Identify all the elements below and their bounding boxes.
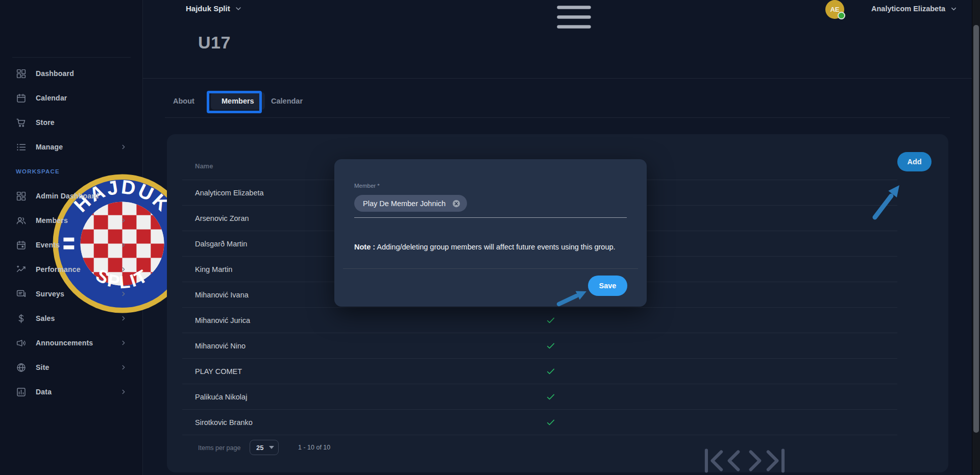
sidebar-item-label: Site: [36, 363, 49, 371]
note-text: Note : Adding/deleting group members wil…: [354, 243, 616, 251]
chevron-right-icon: [120, 388, 127, 395]
table-row[interactable]: Palikuća Nikolaj: [182, 384, 897, 410]
chevron-right-icon: [120, 241, 127, 248]
user-name: Analyticom Elizabeta: [871, 5, 945, 13]
presence-dot: [838, 12, 845, 19]
check-icon: [546, 417, 556, 428]
sidebar-item-events[interactable]: Events: [0, 233, 142, 257]
sidebar-item-site[interactable]: Site: [0, 355, 142, 380]
club-name: Hajduk Split: [186, 4, 230, 13]
scrollbar-track[interactable]: [972, 0, 980, 475]
sidebar-item-store[interactable]: Store: [0, 110, 142, 135]
sidebar-item-data[interactable]: Data: [0, 380, 142, 404]
caret-down-icon: [269, 446, 274, 449]
app-window: HAJDUK SPLIT Dashboard Calendar Store: [0, 0, 980, 475]
sidebar-item-label: Dashboard: [36, 69, 74, 78]
user-menu[interactable]: Analyticom Elizabeta: [871, 5, 958, 13]
tab-calendar[interactable]: Calendar: [271, 97, 303, 105]
chat-outline-icon: [16, 289, 27, 299]
sidebar-item-label: Store: [36, 118, 55, 127]
chevron-right-icon: [120, 217, 127, 224]
sidebar-item-label: Performance: [36, 265, 81, 273]
sidebar-item-label: Members: [36, 216, 68, 224]
sidebar-item-label: Data: [36, 388, 52, 396]
add-button[interactable]: Add: [897, 152, 932, 171]
check-icon: [546, 366, 556, 377]
last-page-button[interactable]: [418, 443, 980, 475]
grid-icon: [16, 68, 27, 79]
sidebar: HAJDUK SPLIT Dashboard Calendar Store: [0, 0, 143, 475]
sidebar-nav: Dashboard Calendar Store Manage WORKSPAC…: [0, 61, 142, 404]
tab-members[interactable]: Members: [211, 92, 265, 110]
sidebar-item-manage[interactable]: Manage: [0, 135, 142, 159]
topbar: Hajduk Split AE Analyticom Elizabeta: [142, 0, 972, 25]
calendar-event-icon: [16, 240, 27, 251]
sidebar-item-label: Admin Dashboard: [36, 192, 99, 200]
add-member-dialog: Member * Play De Member Johnich Note : A…: [334, 159, 647, 307]
sidebar-item-announcements[interactable]: Announcements: [0, 331, 142, 355]
check-icon: [546, 315, 556, 326]
sidebar-item-label: Announcements: [36, 339, 93, 347]
member-chip-text: Play De Member Johnich: [363, 199, 446, 208]
table-row[interactable]: PLAY COMET: [182, 359, 897, 384]
sidebar-item-members[interactable]: Members: [0, 208, 142, 233]
cart-icon: [16, 117, 27, 128]
sidebar-divider: [12, 57, 131, 58]
sidebar-item-dashboard[interactable]: Dashboard: [0, 61, 142, 86]
member-field-underline: [354, 217, 627, 218]
sidebar-item-label: Manage: [36, 143, 63, 151]
table-row[interactable]: Mihanović Nino: [182, 333, 897, 359]
sidebar-item-label: Sales: [36, 314, 55, 322]
items-per-page-label: Items per page: [198, 444, 240, 452]
check-icon: [546, 392, 556, 402]
sidebar-item-admin-dashboard[interactable]: Admin Dashboard: [0, 184, 142, 208]
name-column-header: Name: [195, 162, 213, 170]
member-field-label: Member *: [354, 183, 380, 189]
chevron-right-icon: [120, 339, 127, 346]
page-range-text: 1 - 10 of 10: [298, 444, 330, 451]
chevron-right-icon: [120, 315, 127, 322]
page-size-select[interactable]: 25: [250, 440, 279, 455]
users-icon: [16, 215, 27, 226]
tabs-divider: [165, 117, 950, 118]
list-icon: [16, 142, 27, 153]
sidebar-item-label: Events: [36, 241, 60, 249]
remove-chip-icon[interactable]: [452, 199, 461, 208]
sidebar-item-label: Surveys: [36, 290, 64, 298]
pagination-bar: Items per page 25 1 - 10 of 10: [182, 430, 897, 465]
header-divider: [142, 78, 972, 79]
scrollbar-thumb[interactable]: [973, 25, 979, 433]
sidebar-item-calendar[interactable]: Calendar: [0, 86, 142, 110]
table-row[interactable]: Mihanović Jurica: [182, 308, 897, 333]
chevron-right-icon: [120, 143, 127, 151]
tab-about[interactable]: About: [173, 97, 194, 105]
avatar[interactable]: AE: [825, 0, 844, 19]
globe-icon: [16, 362, 27, 373]
page-title: U17: [198, 33, 231, 53]
sidebar-item-sales[interactable]: Sales: [0, 306, 142, 331]
chevron-down-icon: [234, 5, 242, 13]
calendar-icon: [16, 93, 27, 104]
member-chip[interactable]: Play De Member Johnich: [354, 195, 467, 212]
sidebar-item-label: Calendar: [36, 94, 67, 102]
chevron-right-icon: [120, 364, 127, 371]
chevron-down-icon: [950, 5, 958, 13]
sidebar-item-performance[interactable]: Performance: [0, 257, 142, 282]
club-switcher[interactable]: Hajduk Split: [186, 4, 242, 13]
chevron-right-icon: [120, 266, 127, 273]
grid-icon: [16, 191, 27, 202]
page-size-value: 25: [256, 444, 263, 452]
check-icon: [546, 341, 556, 351]
workspace-section-label: WORKSPACE: [0, 159, 142, 184]
dollar-icon: [16, 313, 27, 324]
trend-icon: [16, 264, 27, 275]
megaphone-icon: [16, 338, 27, 348]
sidebar-item-surveys[interactable]: Surveys: [0, 282, 142, 306]
avatar-initials: AE: [830, 6, 839, 13]
save-button[interactable]: Save: [588, 276, 627, 296]
bar-chart-icon: [16, 387, 27, 397]
chevron-right-icon: [120, 290, 127, 297]
dialog-divider: [343, 268, 638, 269]
